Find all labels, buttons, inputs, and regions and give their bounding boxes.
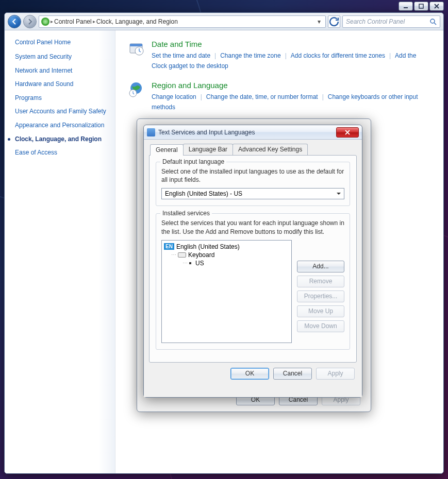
sidebar-item-hardware-and-sound[interactable]: Hardware and Sound (15, 80, 111, 89)
tab-language-bar[interactable]: Language Bar (183, 144, 233, 155)
refresh-button[interactable] (328, 15, 340, 28)
dialog-title: Text Services and Input Languages (158, 129, 255, 136)
sidebar-item-network-and-internet[interactable]: Network and Internet (15, 67, 111, 75)
category-links: Change location|Change the date, time, o… (152, 92, 431, 113)
sidebar-item-ease-of-access[interactable]: Ease of Access (15, 149, 111, 157)
category-row: Region and LanguageChange location|Chang… (128, 81, 431, 113)
category-link[interactable]: Set the time and date (152, 52, 210, 59)
properties-button[interactable]: Properties... (297, 290, 344, 302)
category-link[interactable]: Change the date, time, or number format (206, 93, 318, 100)
control-panel-icon (41, 18, 49, 26)
combo-value: English (United States) - US (165, 190, 242, 197)
category-link[interactable]: Add clocks for different time zones (291, 52, 385, 59)
tab-panel-general: Default input language Select one of the… (149, 155, 357, 363)
category-title[interactable]: Region and Language (152, 81, 431, 90)
minimize-button[interactable] (399, 2, 413, 11)
add-button[interactable]: Add... (297, 261, 344, 272)
group-description: Select one of the installed input langua… (161, 167, 344, 184)
keyboard-label: Keyboard (188, 251, 214, 259)
chevron-right-icon: ▸ (93, 19, 95, 24)
default-language-group: Default input language Select one of the… (156, 162, 350, 206)
bullet-icon (189, 262, 191, 264)
dialog-close-button[interactable] (336, 127, 359, 138)
tab-advanced-key-settings[interactable]: Advanced Key Settings (233, 144, 308, 155)
installed-services-group: Installed services Select the services t… (156, 213, 350, 349)
nav-toolbar: ▸ Control Panel ▸ Clock, Language, and R… (5, 13, 443, 30)
window-titlebar (0, 0, 448, 12)
back-button[interactable] (8, 15, 21, 28)
group-label: Installed services (160, 210, 212, 217)
forward-button[interactable] (23, 15, 37, 28)
tab-general[interactable]: General (150, 144, 184, 156)
default-language-combo[interactable]: English (United States) - US (161, 188, 344, 199)
chevron-right-icon: ▸ (51, 19, 53, 24)
breadcrumb-root[interactable]: Control Panel (54, 18, 92, 25)
globe-icon (128, 81, 144, 97)
tree-line-icon: ⋯ (171, 252, 176, 258)
maximize-button[interactable] (414, 2, 428, 11)
sidebar-item-clock-language-and-region[interactable]: Clock, Language, and Region (15, 135, 111, 144)
group-description: Select the services that you want for ea… (161, 219, 344, 235)
services-listbox[interactable]: EN English (United States) ⋯ Keyboard ⋯ … (161, 240, 292, 343)
ok-button[interactable]: OK (230, 368, 269, 380)
breadcrumb-current[interactable]: Clock, Language, and Region (96, 18, 178, 25)
sidebar: Control Panel Home System and SecurityNe… (5, 30, 115, 473)
svg-point-2 (430, 19, 435, 23)
sidebar-item-programs[interactable]: Programs (15, 94, 111, 102)
clock-icon (128, 40, 144, 56)
move-down-button[interactable]: Move Down (297, 320, 344, 332)
layout-name: US (195, 260, 204, 267)
category-title[interactable]: Date and Time (152, 40, 431, 48)
sidebar-home-link[interactable]: Control Panel Home (15, 39, 111, 46)
svg-rect-1 (419, 4, 423, 8)
language-badge: EN (164, 243, 174, 250)
category-link[interactable]: Change the time zone (220, 52, 280, 59)
group-label: Default input language (160, 158, 226, 165)
breadcrumb[interactable]: ▸ Control Panel ▸ Clock, Language, and R… (39, 15, 326, 28)
search-icon (429, 18, 437, 25)
language-name: English (United States) (176, 243, 240, 250)
apply-button[interactable]: Apply (316, 368, 355, 380)
move-up-button[interactable]: Move Up (297, 305, 344, 317)
sidebar-item-system-and-security[interactable]: System and Security (15, 53, 111, 61)
dialog-titlebar[interactable]: Text Services and Input Languages (144, 125, 362, 140)
sidebar-item-appearance-and-personalization[interactable]: Appearance and Personalization (15, 122, 111, 130)
search-input[interactable]: Search Control Panel (342, 15, 440, 28)
category-link[interactable]: Change location (152, 93, 196, 100)
sidebar-item-user-accounts-and-family-safety[interactable]: User Accounts and Family Safety (15, 108, 111, 116)
cancel-button[interactable]: Cancel (273, 368, 312, 380)
text-services-dialog: Text Services and Input Languages Genera… (143, 125, 362, 398)
svg-rect-0 (404, 7, 408, 8)
category-row: Date and TimeSet the time and date|Chang… (128, 40, 431, 72)
tree-line-icon: ⋯ (182, 260, 187, 266)
breadcrumb-dropdown-icon[interactable]: ▾ (315, 18, 323, 25)
keyboard-icon (147, 128, 155, 136)
remove-button[interactable]: Remove (297, 276, 344, 287)
close-button[interactable] (429, 2, 444, 11)
category-links: Set the time and date|Change the time zo… (152, 50, 431, 72)
tab-strip: GeneralLanguage BarAdvanced Key Settings (150, 144, 357, 155)
search-placeholder: Search Control Panel (346, 18, 405, 25)
svg-rect-4 (130, 44, 142, 46)
keyboard-icon (178, 252, 186, 258)
